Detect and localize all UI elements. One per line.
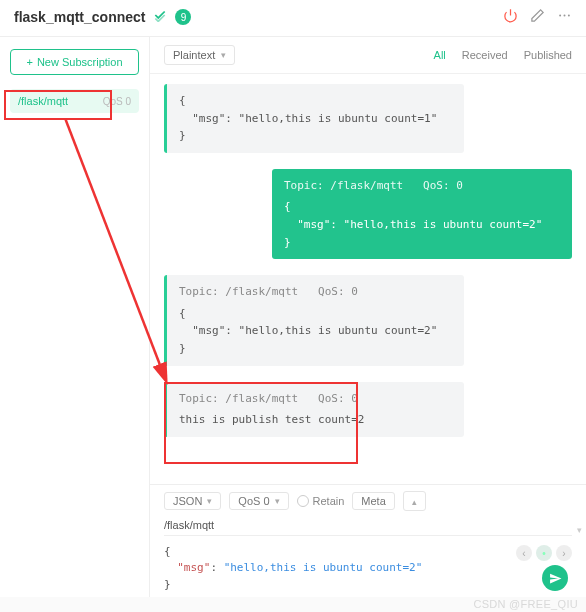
history-prev-icon[interactable]: ‹ [516,545,532,561]
watermark: CSDN @FREE_QIU [473,598,578,610]
message-filters: All Received Published [434,49,572,61]
qos-select[interactable]: QoS 0▾ [229,492,288,510]
edit-icon[interactable] [530,8,545,26]
radio-icon [297,495,309,507]
subscription-topic: /flask/mqtt [18,95,88,107]
filter-published[interactable]: Published [524,49,572,61]
online-check-icon [153,8,167,26]
titlebar: flask_mqtt_connect 9 [0,0,586,37]
chevron-down-icon[interactable]: ▾ [577,525,582,535]
publish-topic-input[interactable] [164,515,572,536]
chevron-down-icon: ▾ [221,50,226,60]
publish-options-row: JSON▾ QoS 0▾ Retain Meta ▴ [164,491,572,511]
chevron-down-icon: ▾ [275,496,280,506]
message-card: Topic: /flask/mqtt QoS: 0 { "msg": "hell… [272,169,572,259]
titlebar-left: flask_mqtt_connect 9 [14,8,191,26]
send-button[interactable] [542,565,568,591]
payload-type-select[interactable]: JSON▾ [164,492,221,510]
message-header: Topic: /flask/mqtt QoS: 0 [179,390,452,408]
unread-badge: 9 [175,9,191,25]
message-card: Topic: /flask/mqtt QoS: 0 { "msg": "hell… [164,275,464,365]
message-header: Topic: /flask/mqtt QoS: 0 [284,177,560,195]
content: Plaintext ▾ All Received Published { "ms… [150,37,586,597]
history-middle-icon[interactable]: • [536,545,552,561]
subscription-qos: QoS 0 [103,96,131,107]
message-body: this is publish test count=2 [179,411,452,429]
messages-panel[interactable]: { "msg": "hello,this is ubuntu count=1" … [150,74,586,484]
titlebar-actions [503,8,572,26]
publish-payload-editor[interactable]: { "msg": "hello,this is ubuntu count=2" … [164,540,572,598]
svg-point-1 [559,15,561,17]
history-next-icon[interactable]: › [556,545,572,561]
message-body: { "msg": "hello,this is ubuntu count=2" … [284,198,560,251]
subscription-item[interactable]: /flask/mqtt QoS 0 [10,89,139,113]
power-icon[interactable] [503,8,518,26]
payload-format-select[interactable]: Plaintext ▾ [164,45,235,65]
collapse-toggle[interactable]: ▴ [403,491,426,511]
message-body: { "msg": "hello,this is ubuntu count=1" … [179,92,452,145]
messages-toolbar: Plaintext ▾ All Received Published [150,37,586,74]
main: + New Subscription /flask/mqtt QoS 0 Pla… [0,37,586,597]
message-card: { "msg": "hello,this is ubuntu count=1" … [164,84,464,153]
message-card: Topic: /flask/mqtt QoS: 0 this is publis… [164,382,464,437]
filter-received[interactable]: Received [462,49,508,61]
message-header: Topic: /flask/mqtt QoS: 0 [179,283,452,301]
new-subscription-label: New Subscription [37,56,123,68]
chevron-down-icon: ▾ [207,496,212,506]
connection-name: flask_mqtt_connect [14,9,145,25]
retain-toggle[interactable]: Retain [297,495,345,507]
sidebar: + New Subscription /flask/mqtt QoS 0 [0,37,150,597]
payload-format-value: Plaintext [173,49,215,61]
new-subscription-button[interactable]: + New Subscription [10,49,139,75]
publish-bar: JSON▾ QoS 0▾ Retain Meta ▴ ▾ { "msg": "h… [150,484,586,598]
history-pager: ‹ • › [516,545,572,561]
more-icon[interactable] [557,8,572,26]
plus-icon: + [26,56,32,68]
chevron-up-icon: ▴ [412,497,417,507]
filter-all[interactable]: All [434,49,446,61]
svg-point-3 [568,15,570,17]
message-body: { "msg": "hello,this is ubuntu count=2" … [179,305,452,358]
svg-point-2 [564,15,566,17]
meta-button[interactable]: Meta [352,492,394,510]
